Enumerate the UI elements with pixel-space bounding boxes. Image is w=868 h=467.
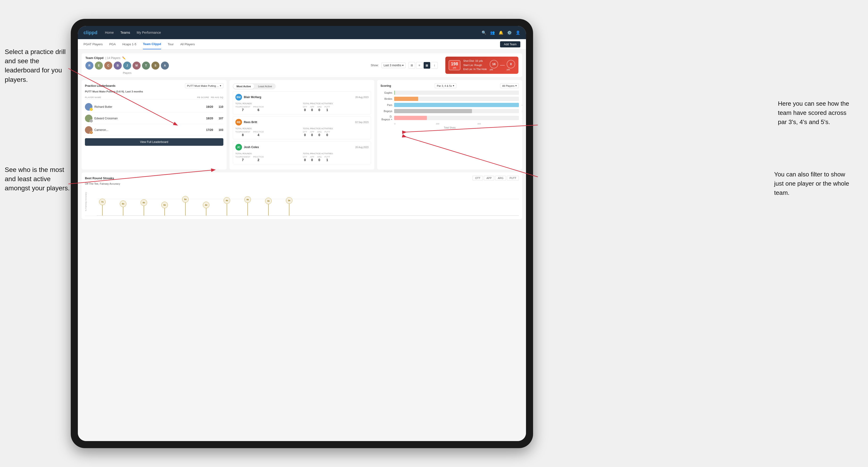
add-team-button[interactable]: Add Team: [500, 41, 520, 48]
nav-icons: 🔍 👥 🔔 ⚙️ 👤: [482, 30, 520, 35]
streak-pin: 4x: [203, 201, 210, 216]
subnav-tour[interactable]: Tour: [168, 39, 174, 49]
streak-pin: 5x: [161, 201, 168, 216]
lb-avatar-2: 2: [85, 115, 92, 122]
subnav-team-clippd[interactable]: Team Clippd: [143, 39, 161, 49]
bar-track: 96: [394, 97, 519, 101]
bar-label: Birdies: [380, 97, 392, 100]
view-sort-btn[interactable]: ↕: [431, 62, 438, 69]
lb-score-3: 17/20: [204, 128, 213, 132]
streak-badge: 6x: [120, 200, 126, 207]
nav-item-home[interactable]: Home: [105, 31, 114, 34]
streak-badge: 3x: [265, 198, 272, 204]
activity-name-1: Blair McHarg: [244, 96, 353, 99]
drill-dropdown[interactable]: PUTT Must Make Putting ... ▾: [185, 83, 223, 88]
avatar: S: [151, 62, 159, 69]
users-icon[interactable]: 👥: [490, 30, 495, 35]
shot-info: Shot Dist: 16 yds Start Lie: Rough End L…: [463, 59, 487, 71]
activity-toggle: Most Active Least Active: [233, 83, 276, 89]
bar-fill: [394, 103, 519, 107]
show-dropdown[interactable]: Last 3 months ▾: [381, 63, 406, 68]
streak-line: [102, 205, 102, 216]
tablet-frame: clippd Home Teams My Performance 🔍 👥 🔔 ⚙…: [71, 19, 533, 448]
nav-item-teams[interactable]: Teams: [120, 31, 130, 34]
activity-name-3: Josh Coles: [244, 146, 353, 149]
subnav-pgat[interactable]: PGAT Players: [84, 39, 102, 49]
lb-row: 2 Edward Crossman 18/20 107: [85, 113, 223, 124]
lb-row: 1 Richard Butler 19/20 110: [85, 101, 223, 113]
bar-track: 499: [394, 103, 519, 107]
y-axis-label: % Fairway Accuracy: [85, 192, 87, 211]
avatar: T: [142, 62, 150, 69]
activity-stats-2: Total Rounds Tournament8 Practice4 Total…: [236, 127, 369, 137]
arg-btn[interactable]: ARG: [495, 176, 506, 181]
app-btn[interactable]: APP: [484, 176, 494, 181]
scoring-par-dropdown[interactable]: Par 3, 4 & 5s ▾: [435, 83, 456, 88]
streak-badge: 4x: [224, 197, 230, 204]
rank-badge-3: 3: [90, 131, 93, 134]
most-active-button[interactable]: Most Active: [233, 84, 254, 89]
streak-line: [247, 203, 248, 216]
streak-badge: 6x: [141, 199, 147, 206]
settings-icon[interactable]: ⚙️: [507, 30, 512, 35]
activity-name-2: Rees Britt: [244, 121, 353, 124]
shot-dist-badge: 198 yds: [448, 60, 460, 70]
practice-leaderboard-header: Practice Leaderboards PUTT Must Make Put…: [85, 83, 223, 88]
shot-val2: 0: [507, 60, 515, 68]
avatar: M: [132, 62, 141, 69]
streak-line: [185, 203, 186, 216]
subnav-all-players[interactable]: All Players: [180, 39, 195, 49]
lb-name-1: Richard Butler: [94, 105, 202, 108]
streaks-controls: OTT APP ARG PUTT: [472, 176, 519, 181]
putt-btn[interactable]: PUTT: [507, 176, 519, 181]
scoring-player-dropdown[interactable]: All Players ▾: [500, 83, 519, 88]
view-card-btn[interactable]: ▦: [424, 62, 430, 69]
bar-chart: Eagles 3 Birdies 96 Pars 499 Bogeys 311 …: [380, 91, 519, 121]
streak-badge: 5x: [161, 201, 168, 208]
activity-card-header-3: JC Josh Coles 26 Aug 2023: [236, 144, 369, 151]
bar-label: Eagles: [380, 91, 392, 94]
activity-avatar-1: BM: [236, 94, 242, 100]
streak-badge: 4x: [244, 196, 251, 203]
avatar-icon[interactable]: 👤: [516, 30, 520, 35]
chart-x-labels: 0 200 400: [380, 123, 519, 125]
bar-fill: [394, 91, 395, 95]
avatar: B: [114, 62, 122, 69]
lb-name-2: Edward Crossman: [94, 117, 202, 120]
team-header-left: Team Clippd | 14 Players ✏️ R E C B J M …: [85, 56, 169, 74]
team-title: Team Clippd | 14 Players ✏️: [85, 56, 169, 60]
view-list-btn[interactable]: ≡: [416, 62, 423, 69]
team-header: Team Clippd | 14 Players ✏️ R E C B J M …: [82, 53, 522, 77]
bar-row: Pars 499: [380, 103, 519, 107]
subnav-hcaps[interactable]: Hcaps 1-5: [122, 39, 136, 49]
bar-row: D. Bogeys + 131: [380, 115, 519, 121]
rank-badge-1: 1: [90, 108, 93, 111]
activity-card-3: JC Josh Coles 26 Aug 2023 Total Rounds T…: [233, 141, 371, 164]
streak-pin: 3x: [286, 197, 292, 216]
lb-score-2: 18/20: [204, 117, 213, 120]
shot-dist-unit: yds: [451, 66, 458, 69]
activity-stats-3: Total Rounds Tournament7 Practice2 Total…: [236, 152, 369, 162]
bar-fill: [394, 109, 472, 113]
table-header: PLAYER NAME PB SCORE PB AVG SQ: [85, 95, 223, 100]
least-active-button[interactable]: Least Active: [255, 84, 275, 89]
nav-items: Home Teams My Performance: [105, 31, 482, 34]
view-full-leaderboard-button[interactable]: View Full Leaderboard: [85, 138, 223, 146]
subnav-pga[interactable]: PGA: [109, 39, 116, 49]
bar-label: D. Bogeys +: [380, 115, 392, 121]
bell-icon[interactable]: 🔔: [499, 30, 503, 35]
nav-item-performance[interactable]: My Performance: [136, 31, 161, 34]
nav-bar: clippd Home Teams My Performance 🔍 👥 🔔 ⚙…: [78, 26, 526, 39]
search-icon[interactable]: 🔍: [482, 30, 486, 35]
ott-btn[interactable]: OTT: [472, 176, 483, 181]
practice-leaderboard-title: Practice Leaderboards: [85, 84, 115, 88]
streak-pin: 4x: [224, 197, 230, 216]
shot-val1: 16: [490, 60, 498, 68]
player-avatars: R E C B J M T S A: [85, 62, 169, 69]
shot-dist-num: 198: [451, 62, 458, 66]
view-grid-btn[interactable]: ⊞: [408, 62, 415, 69]
player-count: | 14 Players: [105, 56, 120, 60]
scoring-panel: Scoring Par 3, 4 & 5s ▾ All Players ▾ Ea…: [377, 80, 522, 169]
edit-icon[interactable]: ✏️: [122, 56, 126, 60]
activity-date-2: 02 Sep 2023: [355, 121, 369, 124]
